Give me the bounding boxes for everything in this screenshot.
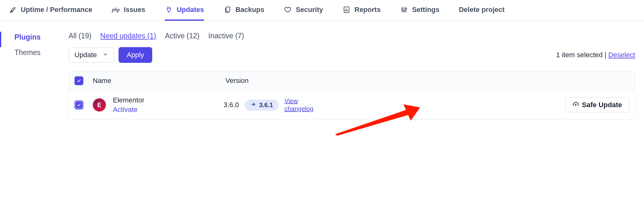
tab-label: Security — [296, 6, 323, 14]
tab-updates[interactable]: Updates — [165, 0, 204, 21]
tab-label: Issues — [124, 6, 145, 14]
row-checkbox[interactable] — [75, 101, 83, 109]
sidebar: Plugins Themes — [0, 32, 69, 120]
php-icon: php — [112, 6, 120, 14]
selection-info: 1 item selected | Deselect — [556, 51, 636, 59]
bulk-actions-row: Update Apply 1 item selected | Deselect — [69, 47, 635, 63]
content-area: Plugins Themes All (19) Need updates (1)… — [0, 21, 644, 120]
plugin-activate-link[interactable]: Activate — [113, 106, 217, 114]
svg-point-3 — [403, 10, 405, 12]
arrow-right-icon — [250, 101, 256, 109]
cloud-upload-icon — [573, 101, 579, 109]
deselect-link[interactable]: Deselect — [608, 51, 635, 59]
tab-label: Settings — [412, 6, 439, 14]
tab-reports[interactable]: Reports — [342, 0, 380, 21]
rocket-icon — [9, 6, 17, 14]
tab-backups[interactable]: Backups — [224, 0, 264, 21]
tab-delete-project[interactable]: Delete project — [459, 0, 505, 21]
selection-count-text: 1 item selected | — [556, 51, 608, 59]
column-header-name: Name — [93, 77, 219, 85]
main-panel: All (19) Need updates (1) Active (12) In… — [69, 32, 644, 120]
table-row: E Elementor Activate 3.6.0 3.6.1 View ch… — [69, 90, 635, 120]
tab-label: Reports — [354, 6, 380, 14]
plugin-logo: E — [93, 98, 106, 112]
plugin-name: Elementor — [113, 96, 217, 104]
tab-settings[interactable]: Settings — [400, 0, 439, 21]
table-header: Name Version — [69, 71, 635, 90]
plug-icon — [165, 6, 173, 14]
svg-rect-0 — [226, 7, 230, 11]
sidebar-item-plugins[interactable]: Plugins — [0, 32, 69, 47]
svg-point-2 — [402, 9, 403, 10]
apply-button[interactable]: Apply — [119, 47, 152, 63]
tab-label: Backups — [236, 6, 264, 14]
stack-icon — [224, 6, 232, 14]
safe-update-label: Safe Update — [582, 101, 622, 109]
filter-inactive[interactable]: Inactive (7) — [208, 32, 244, 40]
version-new-pill: 3.6.1 — [245, 100, 279, 111]
svg-point-4 — [405, 8, 407, 9]
tab-label: Delete project — [459, 6, 505, 14]
sliders-icon — [400, 6, 408, 14]
chart-icon — [342, 6, 351, 14]
sidebar-item-label: Plugins — [14, 33, 41, 41]
heart-icon — [284, 6, 292, 14]
select-value: Update — [75, 51, 97, 59]
filter-active[interactable]: Active (12) — [165, 32, 200, 40]
bulk-action-select[interactable]: Update — [69, 47, 114, 63]
view-changelog-link[interactable]: View changelog — [284, 97, 319, 113]
select-all-checkbox[interactable] — [75, 76, 83, 85]
tab-uptime-performance[interactable]: Uptime / Performance — [9, 0, 92, 21]
version-new: 3.6.1 — [259, 101, 273, 109]
filter-all[interactable]: All (19) — [69, 32, 92, 40]
tab-security[interactable]: Security — [284, 0, 323, 21]
column-header-version: Version — [225, 77, 629, 85]
tab-label: Updates — [177, 6, 204, 14]
safe-update-button[interactable]: Safe Update — [565, 97, 629, 112]
sidebar-item-label: Themes — [14, 48, 41, 57]
sidebar-item-themes[interactable]: Themes — [0, 47, 69, 63]
tab-issues[interactable]: php Issues — [112, 0, 145, 21]
chevron-down-icon — [103, 51, 108, 59]
top-nav: Uptime / Performance php Issues Updates … — [0, 0, 644, 21]
filter-bar: All (19) Need updates (1) Active (12) In… — [69, 32, 635, 40]
filter-need-updates[interactable]: Need updates (1) — [100, 32, 156, 40]
tab-label: Uptime / Performance — [21, 6, 92, 14]
version-current: 3.6.0 — [224, 101, 239, 109]
